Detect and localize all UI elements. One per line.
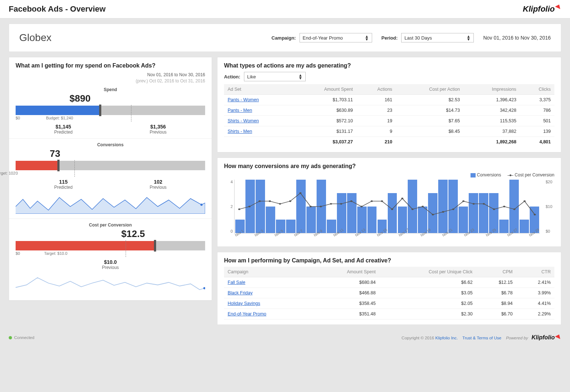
adset-link[interactable]: Pants - Women (228, 97, 259, 102)
table-row: End-of-Year Promo$351.48$2.30$6.702.29% (224, 309, 554, 319)
action-select[interactable]: Like ▲▼ (244, 72, 306, 81)
cpc-scale-min: $0 (16, 251, 20, 256)
metric-cpc-title: Cost per Conversion (16, 222, 205, 228)
spend-scale-min: $0 (16, 116, 20, 120)
campaign-select[interactable]: End-of-Year Promo ▲▼ (300, 33, 372, 42)
table-row: Pants - Women$1,703.11161$2.531,396,4233… (224, 95, 554, 105)
chevron-updown-icon: ▲▼ (467, 35, 471, 41)
status-text: Connected (14, 335, 34, 340)
actions-table: Ad Set Amount Spent Actions Cost per Act… (224, 84, 554, 147)
conversions-chart: 420 $20$10$0 Nov 1Nov 3Nov 5Nov 7Nov 9No… (224, 180, 554, 241)
conv-scale-min: 0 (16, 171, 18, 175)
conversions-panel: How many conversions are my ads generati… (217, 158, 561, 247)
period-select[interactable]: Last 30 Days ▲▼ (401, 33, 474, 42)
brand-triangle-icon (555, 3, 562, 9)
adset-link[interactable]: Shirts - Women (228, 118, 259, 123)
actions-panel-title: What types of actions are my ads generat… (224, 62, 554, 69)
metric-cpc-value: $12.5 (121, 228, 145, 240)
page-title: Facebook Ads - Overview (9, 4, 106, 14)
metric-conv-title: Conversions (16, 142, 205, 147)
spend-panel-title: What am I getting for my spend on Facebo… (16, 62, 205, 69)
table-row: Fall Sale$680.84$6.62$12.152.41% (224, 277, 554, 288)
footer-brand-logo: Klipfolio (532, 334, 561, 341)
svg-point-1 (203, 287, 205, 289)
spend-budget-label: Budget: $1,240 (46, 116, 73, 120)
adset-link[interactable]: Shirts - Men (228, 129, 252, 134)
cpc-sparkline (16, 272, 205, 294)
table-row: Pants - Men$630.8923$14.73342,428786 (224, 105, 554, 116)
spend-panel-dates: Nov 01, 2016 to Nov 30, 2016 (prev.) Oct… (16, 72, 205, 84)
status-dot-icon (9, 336, 12, 339)
spend-bar (16, 106, 205, 115)
chevron-updown-icon: ▲▼ (298, 74, 302, 79)
campaign-link[interactable]: Holiday Savings (228, 301, 260, 306)
adset-link[interactable]: Pants - Men (228, 108, 252, 113)
campaign-label: Campaign: (272, 35, 296, 41)
footer-terms-link[interactable]: Trust & Terms of Use (463, 336, 501, 340)
tenant-name: Globex (19, 32, 52, 44)
cpc-bar (16, 241, 205, 250)
footer-company-link[interactable]: Klipfolio Inc. (435, 336, 458, 340)
conv-sparkline (16, 192, 205, 214)
conversions-bar (16, 161, 205, 170)
conversions-legend: Conversions Cost per Conversion (224, 172, 554, 177)
conversions-panel-title: How many conversions are my ads generati… (224, 163, 554, 170)
metric-spend-title: Spend (16, 87, 205, 92)
spend-panel: What am I getting for my spend on Facebo… (9, 57, 212, 301)
campaign-link[interactable]: Black Friday (228, 290, 253, 295)
metric-spend-value: $890 (70, 93, 91, 104)
table-row: Black Friday$466.88$3.05$6.783.99% (224, 288, 554, 298)
footer: Connected Copyright © 2016 Klipfolio Inc… (0, 325, 570, 347)
campaign-panel: How am I performing by Campaign, Ad Set,… (217, 252, 561, 325)
action-label: Action: (224, 74, 240, 79)
svg-point-0 (200, 204, 203, 206)
period-label: Period: (382, 35, 398, 41)
table-row: Holiday Savings$358.45$2.05$8.944.41% (224, 298, 554, 309)
campaign-panel-title: How am I performing by Campaign, Ad Set,… (224, 257, 554, 264)
cpc-target-label: Target: $10.0 (44, 251, 67, 256)
table-row: Shirts - Women$572.1019$7.65115,535501 (224, 116, 554, 126)
chevron-updown-icon: ▲▼ (365, 35, 369, 41)
metric-conv-value: 73 (50, 148, 205, 159)
campaign-table: Campaign Amount Spent Cost per Unique Cl… (224, 267, 554, 319)
table-row: Shirts - Men$131.179$8.4537,882139 (224, 126, 554, 137)
actions-panel: What types of actions are my ads generat… (217, 57, 561, 152)
control-bar: Globex Campaign: End-of-Year Promo ▲▼ Pe… (9, 24, 561, 52)
brand-logo: Klipfolio (523, 4, 561, 14)
topbar: Facebook Ads - Overview Klipfolio (0, 0, 570, 19)
campaign-link[interactable]: Fall Sale (228, 280, 245, 285)
campaign-link[interactable]: End-of-Year Promo (228, 311, 266, 317)
conv-target-label: Target: 102 (0, 171, 15, 175)
date-range: Nov 01, 2016 to Nov 30, 2016 (483, 35, 551, 41)
